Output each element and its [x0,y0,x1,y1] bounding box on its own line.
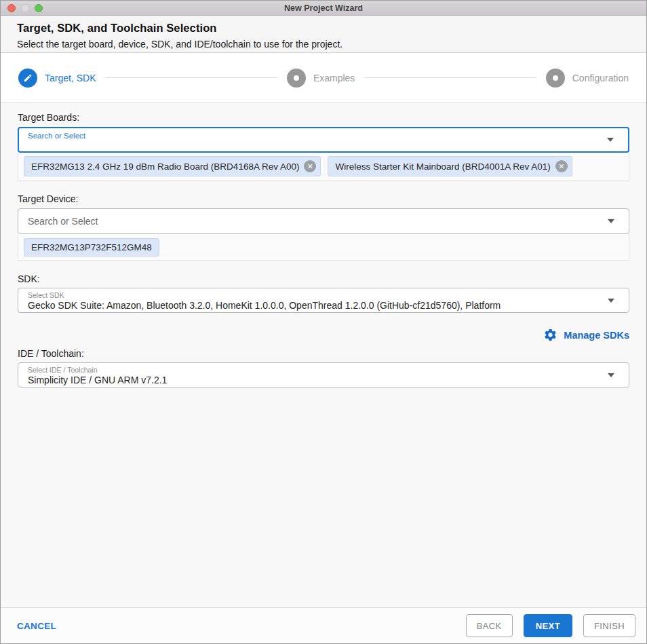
page-title: Target, SDK, and Toolchain Selection [17,22,630,35]
target-device-search-input[interactable]: Search or Select [18,208,629,234]
step-label: Target, SDK [45,73,96,83]
remove-chip-icon[interactable]: ✕ [304,160,316,172]
ide-toolchain-select[interactable]: Select IDE / Toolchain Simplicity IDE / … [18,362,629,387]
stepper-connector [364,77,536,78]
remove-chip-icon[interactable]: ✕ [555,160,568,172]
chevron-down-icon[interactable] [608,299,614,303]
manage-sdks-link[interactable]: Manage SDKs [564,330,629,341]
page-subtitle: Select the target board, device, SDK, an… [17,39,630,50]
stepper-connector [105,77,277,78]
sdk-field-label: Select SDK [28,291,602,299]
target-boards-label: Target Boards: [18,112,629,123]
manage-sdks-row: Manage SDKs [18,328,629,342]
step-label: Configuration [572,73,629,83]
chevron-down-icon[interactable] [608,219,614,223]
chevron-down-icon[interactable] [608,373,614,377]
target-boards-placeholder: Search or Select [19,128,628,140]
chip-label: Wireless Starter Kit Mainboard (BRD4001A… [335,162,550,172]
target-boards-search-input[interactable]: Search or Select [18,127,629,153]
sdk-label: SDK: [18,273,629,284]
step-label: Examples [313,73,355,83]
minimize-window-button[interactable] [21,4,29,12]
window-controls [7,4,43,12]
title-bar: New Project Wizard [1,1,646,16]
close-window-button[interactable] [7,4,16,12]
step-circle-icon [546,69,565,88]
wizard-content: Target Boards: Search or Select EFR32MG1… [1,103,646,607]
chip-label: EFR32MG13P732F512GM48 [31,242,152,252]
wizard-stepper: Target, SDK Examples Configuration [1,53,646,103]
step-circle-icon [287,69,306,88]
ide-field-label: Select IDE / Toolchain [28,366,602,374]
wizard-footer: CANCEL BACK NEXT FINISH [1,607,646,643]
chip-label: EFR32MG13 2.4 GHz 19 dBm Radio Board (BR… [31,162,299,172]
target-boards-chips: EFR32MG13 2.4 GHz 19 dBm Radio Board (BR… [18,153,629,181]
board-chip: Wireless Starter Kit Mainboard (BRD4001A… [328,156,572,176]
cancel-button[interactable]: CANCEL [17,621,56,631]
step-target-sdk[interactable]: Target, SDK [18,69,96,88]
new-project-wizard-window: New Project Wizard Target, SDK, and Tool… [0,0,647,644]
back-button[interactable]: BACK [466,614,513,637]
device-chip: EFR32MG13P732F512GM48 [24,238,159,257]
board-chip: EFR32MG13 2.4 GHz 19 dBm Radio Board (BR… [24,156,321,176]
chevron-down-icon[interactable] [607,138,614,142]
edit-pencil-icon [18,69,37,88]
sdk-selected-value: Gecko SDK Suite: Amazon, Bluetooth 3.2.0… [28,300,602,311]
next-button[interactable]: NEXT [524,614,572,637]
sdk-select[interactable]: Select SDK Gecko SDK Suite: Amazon, Blue… [18,288,629,313]
gear-icon [543,328,557,342]
window-title: New Project Wizard [284,3,363,13]
finish-button[interactable]: FINISH [583,614,635,637]
zoom-window-button[interactable] [35,4,43,12]
target-device-chips: EFR32MG13P732F512GM48 [18,234,629,261]
step-examples[interactable]: Examples [287,69,355,88]
ide-selected-value: Simplicity IDE / GNU ARM v7.2.1 [28,375,602,385]
target-device-placeholder: Search or Select [18,216,98,227]
footer-buttons: BACK NEXT FINISH [466,614,635,637]
ide-toolchain-label: IDE / Toolchain: [18,348,629,359]
target-device-label: Target Device: [18,193,629,204]
wizard-header: Target, SDK, and Toolchain Selection Sel… [1,16,646,53]
step-configuration[interactable]: Configuration [546,69,629,88]
